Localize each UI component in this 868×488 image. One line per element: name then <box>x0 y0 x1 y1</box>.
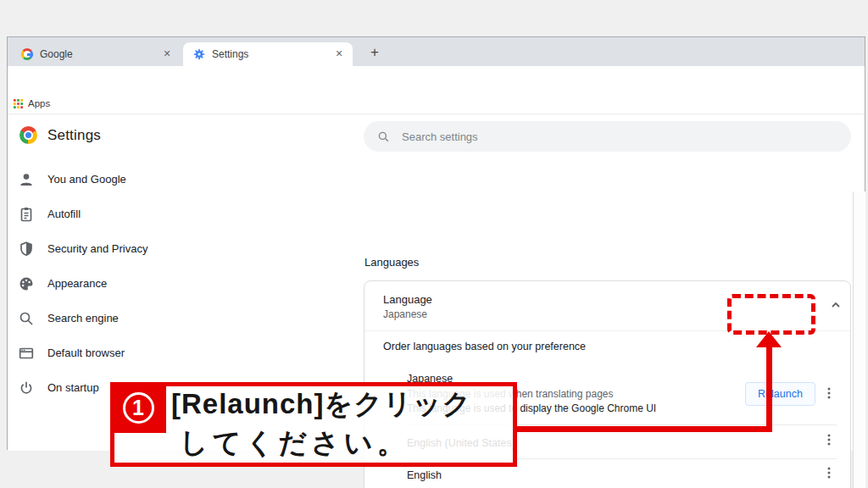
apps-label[interactable]: Apps <box>28 98 50 108</box>
annotation-highlight-box <box>727 294 815 335</box>
page-title: Settings <box>47 127 101 144</box>
search-engine-icon <box>18 310 35 327</box>
gear-icon <box>193 48 205 60</box>
search-placeholder: Search settings <box>402 130 478 143</box>
close-icon[interactable]: × <box>332 47 346 61</box>
more-menu-icon[interactable] <box>821 385 837 401</box>
tab-title: Settings <box>212 48 332 60</box>
chevron-up-icon[interactable] <box>829 298 843 312</box>
google-favicon <box>21 48 33 60</box>
sidebar-label: You and Google <box>47 173 126 186</box>
annotation-step-badge: 1 <box>110 382 166 433</box>
tab-google[interactable]: Google × <box>11 42 181 66</box>
new-tab-button[interactable]: + <box>364 43 385 64</box>
close-icon[interactable]: × <box>160 47 174 61</box>
scrollbar[interactable] <box>853 191 865 488</box>
tab-strip: Google × Settings × + <box>8 37 865 66</box>
sidebar-item-security-and-privacy[interactable]: Security and Privacy <box>8 231 262 266</box>
language-group-value: Japanese <box>383 308 427 320</box>
languages-section-title: Languages <box>364 256 419 269</box>
language-group-title: Language <box>383 293 432 306</box>
relaunch-button[interactable]: Relaunch <box>745 382 815 406</box>
palette-icon <box>18 275 35 292</box>
language-row-english: English <box>407 469 442 481</box>
autofill-icon <box>18 206 35 223</box>
sidebar-label: Autofill <box>47 208 81 220</box>
sidebar-item-default-browser[interactable]: Default browser <box>8 336 262 370</box>
sidebar-item-appearance[interactable]: Appearance <box>8 266 262 301</box>
apps-grid-icon[interactable] <box>14 99 23 108</box>
sidebar-label: Security and Privacy <box>47 242 148 255</box>
more-menu-icon[interactable] <box>821 465 837 480</box>
sidebar-label: Default browser <box>47 347 125 359</box>
sidebar-item-you-and-google[interactable]: You and Google <box>8 162 262 197</box>
step-number: 1 <box>123 392 154 424</box>
annotation-line1: [Relaunch]をクリック <box>171 385 515 424</box>
sidebar-item-search-engine[interactable]: Search engine <box>8 301 262 336</box>
annotation-connector-horizontal <box>517 426 772 432</box>
tab-title: Google <box>40 48 160 60</box>
sidebar-label: Appearance <box>47 277 107 290</box>
shield-icon <box>18 241 35 258</box>
browser-window-icon <box>18 345 35 362</box>
order-languages-text: Order languages based on your preference <box>383 341 586 352</box>
sidebar-item-autofill[interactable]: Autofill <box>8 197 262 231</box>
search-icon <box>377 130 390 143</box>
sidebar-label: Search engine <box>47 312 119 324</box>
person-icon <box>18 171 35 188</box>
power-icon <box>18 380 35 396</box>
more-menu-icon[interactable] <box>821 432 837 447</box>
annotation-text: [Relaunch]をクリック してください。 <box>171 385 515 463</box>
annotation-line2: してください。 <box>180 424 515 463</box>
chrome-logo <box>19 126 37 144</box>
sidebar-label: On startup <box>47 381 99 394</box>
search-settings-input[interactable]: Search settings <box>364 121 851 152</box>
tab-settings[interactable]: Settings × <box>183 42 353 66</box>
annotation-connector-vertical <box>766 345 772 430</box>
bookmarks-bar: Apps <box>8 95 865 114</box>
browser-toolbar: ← → Chrome | chrome://settings/languages <box>8 66 865 95</box>
